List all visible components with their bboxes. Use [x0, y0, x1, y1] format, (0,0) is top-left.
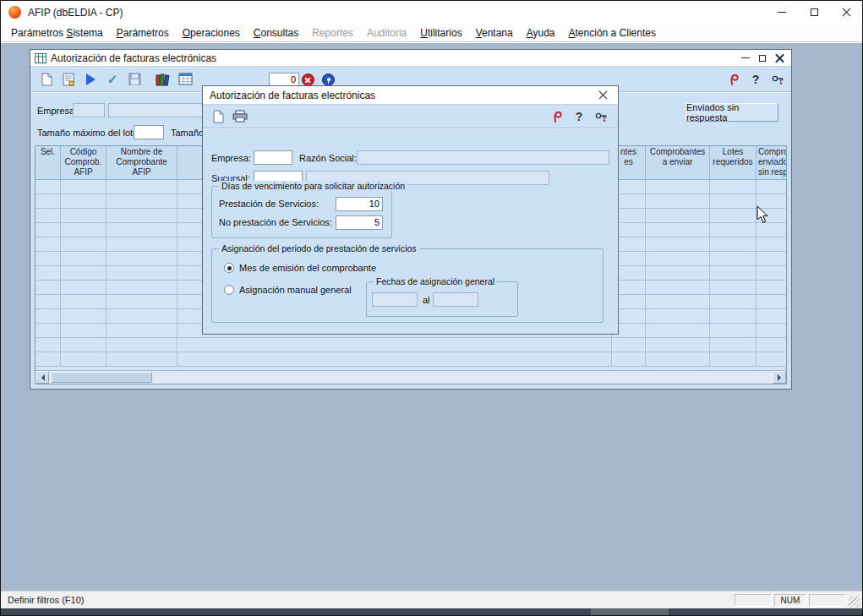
menu-item[interactable]: Consultas	[247, 25, 305, 41]
table-cell[interactable]	[36, 209, 61, 222]
column-header[interactable]: Comprobantesa enviar	[646, 146, 710, 179]
scroll-right-button[interactable]	[773, 371, 786, 384]
table-cell[interactable]	[107, 237, 178, 251]
table-cell[interactable]	[61, 338, 107, 352]
table-cell[interactable]	[107, 223, 178, 237]
table-cell[interactable]	[756, 338, 786, 352]
table-cell[interactable]	[710, 180, 756, 194]
table-cell[interactable]	[61, 266, 107, 280]
dialog-close-button[interactable]	[594, 88, 611, 103]
table-cell[interactable]	[646, 237, 710, 251]
column-header[interactable]: CódigoComprob.AFIP	[61, 146, 107, 179]
table-cell[interactable]	[36, 223, 61, 237]
new-button[interactable]	[36, 69, 57, 90]
table-cell[interactable]	[710, 252, 756, 265]
table-cell[interactable]	[646, 252, 710, 265]
child-close-button[interactable]	[772, 52, 787, 64]
table-cell[interactable]	[36, 324, 61, 337]
menu-item[interactable]: Utilitarios	[413, 25, 468, 41]
prestacion-field[interactable]: 10	[336, 197, 383, 211]
table-cell[interactable]	[646, 223, 710, 237]
table-cell[interactable]	[710, 324, 756, 337]
execute-button[interactable]	[80, 69, 101, 90]
table-cell[interactable]	[710, 309, 756, 323]
table-cell[interactable]	[710, 209, 756, 222]
table-cell[interactable]	[756, 324, 786, 337]
table-row[interactable]	[36, 352, 786, 367]
table-cell[interactable]	[756, 309, 786, 323]
close-button[interactable]	[830, 1, 862, 24]
table-cell[interactable]	[646, 266, 710, 280]
menu-item[interactable]: Ayuda	[520, 25, 562, 41]
table-cell[interactable]	[36, 295, 61, 308]
no-prestacion-field[interactable]: 5	[336, 215, 383, 230]
table-cell[interactable]	[710, 194, 756, 208]
table-cell[interactable]	[178, 338, 612, 352]
table-cell[interactable]	[646, 209, 710, 222]
table-cell[interactable]	[61, 281, 107, 294]
menu-item[interactable]: Operaciones	[176, 25, 247, 41]
table-cell[interactable]	[646, 194, 710, 208]
keys-button[interactable]	[767, 69, 788, 90]
table-cell[interactable]	[107, 309, 178, 323]
save-button[interactable]	[124, 69, 145, 90]
dialog-new-button[interactable]	[208, 106, 228, 127]
radio-mes-emision[interactable]: Mes de emisión del comprobante	[224, 263, 376, 273]
menu-item[interactable]: Ventana	[469, 25, 520, 41]
table-cell[interactable]	[107, 338, 178, 352]
exit-button[interactable]	[724, 69, 744, 90]
minimize-button[interactable]	[766, 1, 798, 24]
table-cell[interactable]	[107, 209, 178, 222]
column-header[interactable]: Comprobaenviadosin respu	[756, 146, 786, 179]
table-cell[interactable]	[107, 324, 178, 337]
fecha-hasta-field[interactable]	[433, 292, 478, 307]
table-cell[interactable]	[61, 209, 107, 222]
table-cell[interactable]	[710, 237, 756, 251]
table-cell[interactable]	[756, 266, 786, 280]
scrollbar-thumb[interactable]	[51, 372, 152, 383]
table-cell[interactable]	[61, 194, 107, 208]
lot-counter-field[interactable]: 0	[269, 73, 299, 86]
properties-button[interactable]	[58, 69, 79, 90]
child-restore-button[interactable]	[755, 52, 770, 64]
table-cell[interactable]	[36, 309, 61, 323]
dialog-empresa-field[interactable]	[254, 150, 292, 165]
table-cell[interactable]	[36, 338, 61, 352]
table-cell[interactable]	[36, 180, 61, 194]
table-cell[interactable]	[612, 338, 646, 352]
table-cell[interactable]	[756, 352, 786, 366]
table-cell[interactable]	[36, 281, 61, 294]
table-cell[interactable]	[107, 352, 178, 366]
catalog-button[interactable]	[153, 69, 173, 90]
column-header[interactable]: Sel.	[36, 146, 61, 179]
column-header[interactable]: Lotesrequeridos	[710, 146, 756, 179]
resize-grip[interactable]	[849, 597, 860, 608]
table-cell[interactable]	[61, 237, 107, 251]
table-cell[interactable]	[756, 295, 786, 308]
table-cell[interactable]	[61, 180, 107, 194]
table-cell[interactable]	[36, 194, 61, 208]
table-cell[interactable]	[61, 324, 107, 337]
table-cell[interactable]	[646, 338, 710, 352]
dialog-print-button[interactable]	[230, 106, 250, 127]
table-cell[interactable]	[107, 252, 178, 265]
table-cell[interactable]	[646, 309, 710, 323]
scroll-left-button[interactable]	[36, 371, 49, 384]
table-cell[interactable]	[612, 352, 646, 366]
empresa-code-field[interactable]	[73, 103, 105, 117]
help-button[interactable]: ?	[746, 69, 766, 90]
column-header[interactable]: Nombre deComprobanteAFIP	[107, 146, 178, 179]
table-cell[interactable]	[107, 281, 178, 294]
menu-item[interactable]: Atención a Clientes	[562, 25, 663, 41]
table-cell[interactable]	[36, 252, 61, 265]
table-cell[interactable]	[646, 281, 710, 294]
table-cell[interactable]	[756, 237, 786, 251]
table-cell[interactable]	[61, 223, 107, 237]
table-cell[interactable]	[107, 266, 178, 280]
grid-button[interactable]	[175, 69, 195, 90]
radio-asignacion-manual[interactable]: Asignación manual general	[224, 285, 352, 295]
table-cell[interactable]	[646, 180, 710, 194]
table-cell[interactable]	[710, 266, 756, 280]
table-cell[interactable]	[756, 180, 786, 194]
dialog-help-button[interactable]: ?	[569, 106, 589, 127]
